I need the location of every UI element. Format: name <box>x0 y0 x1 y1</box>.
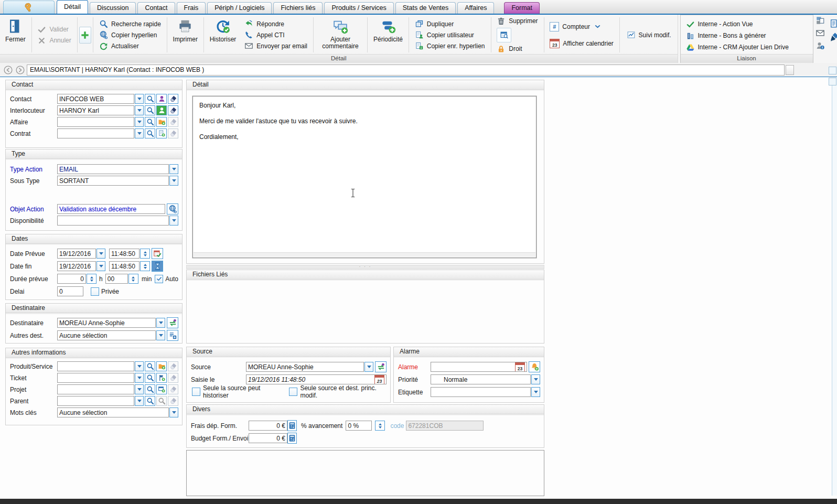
parent-search2-button[interactable] <box>156 396 167 406</box>
actualiser-button[interactable]: Actualiser <box>99 41 161 50</box>
interlocuteur-open-card-button[interactable] <box>156 105 167 115</box>
sous-type-dropdown-button[interactable] <box>169 176 178 186</box>
mots-cles-dropdown-button[interactable] <box>169 408 178 417</box>
auto-checkbox[interactable] <box>155 275 163 283</box>
print-report-button[interactable] <box>815 16 825 25</box>
contrat-add-button[interactable] <box>156 128 167 138</box>
person-info-button[interactable] <box>815 41 825 50</box>
source-swap-button[interactable] <box>375 361 387 372</box>
duree-min-spinner[interactable] <box>128 274 138 284</box>
produit-service-input[interactable] <box>57 361 134 371</box>
destinataire-dropdown-button[interactable] <box>156 318 165 328</box>
contrat-dropdown-button[interactable] <box>135 128 144 138</box>
source-dropdown-button[interactable] <box>364 362 373 372</box>
avancement-spinner[interactable] <box>375 421 385 431</box>
add-button[interactable] <box>79 27 92 44</box>
ticket-input[interactable] <box>57 373 134 383</box>
imprimer-button[interactable]: Imprimer <box>169 16 202 54</box>
disponibilite-dropdown-button[interactable] <box>169 216 178 226</box>
type-action-dropdown-button[interactable] <box>169 164 178 174</box>
fermer-button[interactable]: Fermer <box>1 16 30 54</box>
objet-hyperlink-button[interactable] <box>167 203 178 215</box>
supprimer-button[interactable]: Supprimer <box>497 17 538 26</box>
nav-forward-button[interactable] <box>15 65 26 76</box>
destinataire-input[interactable]: MOREAU Anne-Sophie <box>57 318 156 328</box>
interlocuteur-dropdown-button[interactable] <box>135 105 144 115</box>
sous-type-select[interactable]: SORTANT <box>57 176 169 186</box>
tab-contact[interactable]: Contact <box>137 2 175 14</box>
interne-action-vue-button[interactable]: Interne - Action Vue <box>686 20 789 29</box>
droit-button[interactable]: Droit <box>497 45 538 53</box>
etiquette-select[interactable] <box>431 387 531 397</box>
etiquette-dropdown-button[interactable] <box>531 387 540 397</box>
avancement-input[interactable]: 0 % <box>346 421 372 431</box>
mots-cles-select[interactable]: Aucune sélection <box>57 408 169 417</box>
affaire-add-button[interactable] <box>156 117 167 127</box>
date-prevue-calendar-button[interactable] <box>152 248 163 259</box>
contact-dropdown-button[interactable] <box>135 94 144 104</box>
budget-form-envoi-input[interactable]: 0 € <box>249 433 287 443</box>
affaire-search-button[interactable] <box>145 117 155 127</box>
scroll-up-button[interactable] <box>829 67 836 74</box>
objet-action-input[interactable]: Validation astuce décembre <box>57 204 165 214</box>
projet-dropdown-button[interactable] <box>135 384 144 394</box>
vertical-scrollbar[interactable] <box>832 79 837 496</box>
projet-input[interactable] <box>57 384 134 394</box>
source-input[interactable]: MOREAU Anne-Sophie <box>246 362 364 372</box>
tab-affaires[interactable]: Affaires <box>457 2 494 14</box>
annuler-button[interactable]: Annuler <box>37 36 71 45</box>
time-fin-spinner[interactable] <box>140 261 150 271</box>
tab-detail[interactable]: Détail <box>57 0 88 14</box>
projet-add-button[interactable] <box>156 384 167 394</box>
recherche-rapide-button[interactable]: Recherche rapide <box>99 19 161 28</box>
seule-source-historiser-checkbox[interactable] <box>192 388 200 396</box>
autres-dest-list-add-button[interactable] <box>167 330 178 341</box>
type-action-select[interactable]: EMAIL <box>57 164 169 174</box>
scroll-down-button[interactable] <box>829 78 836 85</box>
time-fin-input[interactable]: 11:48:50 <box>109 261 140 271</box>
autres-dest-select[interactable]: Aucune sélection <box>57 330 156 340</box>
email-body-textarea[interactable]: Bonjour Karl, Merci de me valider l'astu… <box>192 96 536 258</box>
ticket-dropdown-button[interactable] <box>135 373 144 383</box>
frais-dep-form-input[interactable]: 0 € <box>249 421 287 431</box>
affaire-clear-button[interactable] <box>168 117 178 127</box>
tab-key[interactable] <box>3 1 55 14</box>
produit-service-dropdown-button[interactable] <box>135 361 144 371</box>
alarme-input[interactable]: 23 <box>431 362 527 372</box>
produit-service-clear-button[interactable] <box>168 361 178 371</box>
brush-button[interactable] <box>829 31 837 42</box>
suivi-modif-button[interactable]: Suivi modif. <box>621 16 677 54</box>
document-button[interactable] <box>829 19 837 28</box>
tab-stats-ventes[interactable]: Stats de Ventes <box>395 2 456 14</box>
periodicite-button[interactable]: Périodicité <box>369 16 407 54</box>
ticket-clear-button[interactable] <box>168 373 178 383</box>
ajouter-commentaire-button[interactable]: Ajouter commentaire <box>315 16 366 54</box>
date-fin-input[interactable]: 19/12/2016 <box>57 261 96 271</box>
calendar-23-icon[interactable]: 23 <box>374 375 384 384</box>
parent-input[interactable] <box>57 396 134 406</box>
copier-utilisateur-button[interactable]: Copier utilisateur <box>415 30 485 39</box>
valider-button[interactable]: Valider <box>37 25 71 34</box>
tab-produits-services[interactable]: Produits / Services <box>324 2 393 14</box>
horizontal-scrollbar[interactable] <box>194 252 535 257</box>
time-prevue-input[interactable]: 11:48:50 <box>109 249 140 259</box>
tab-frais[interactable]: Frais <box>177 2 206 14</box>
breadcrumb-input[interactable]: EMAIL\SORTANT | HARNOY Karl (Contact : I… <box>27 65 785 76</box>
mail-small-button[interactable] <box>815 28 825 38</box>
afficher-calendrier-button[interactable]: 23 Afficher calendrier <box>550 39 614 48</box>
priorite-dropdown-button[interactable] <box>531 374 540 384</box>
date-fin-dropdown-button[interactable] <box>96 261 105 271</box>
disponibilite-select[interactable] <box>57 216 169 226</box>
interne-bons-generer-button[interactable]: Interne - Bons à générer <box>686 31 789 40</box>
produit-service-add-button[interactable] <box>156 361 167 371</box>
contrat-clear-button[interactable] <box>168 128 178 138</box>
historiser-button[interactable]: Historiser <box>206 16 241 54</box>
dupliquer-button[interactable]: Dupliquer <box>415 19 485 28</box>
parent-search-button[interactable] <box>145 396 155 406</box>
appel-cti-button[interactable]: Appel CTI <box>244 30 307 39</box>
interlocuteur-clear-button[interactable] <box>168 105 178 115</box>
contrat-input[interactable] <box>57 128 134 138</box>
tab-fichiers-lies[interactable]: Fichiers liés <box>273 2 323 14</box>
nav-back-button[interactable] <box>3 65 14 76</box>
date-prevue-input[interactable]: 19/12/2016 <box>57 249 96 259</box>
